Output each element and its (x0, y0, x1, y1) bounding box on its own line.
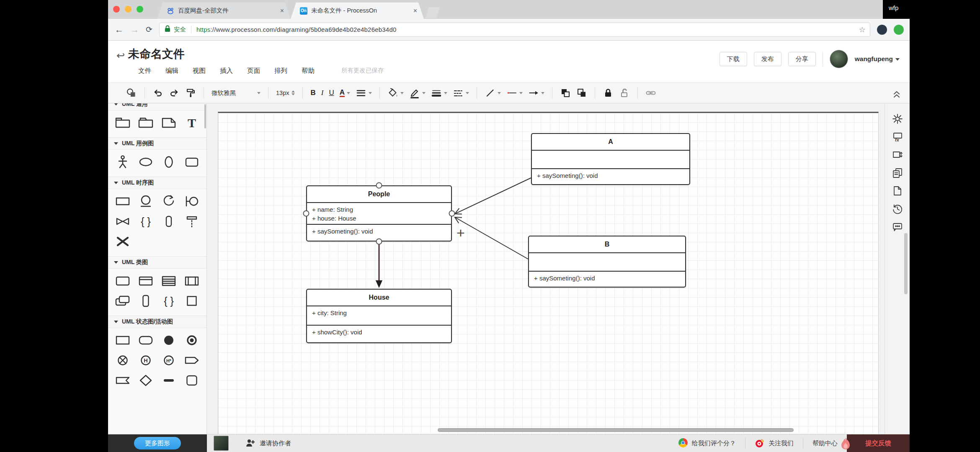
deep-history-icon[interactable]: H* (160, 353, 177, 369)
lifeline-icon[interactable] (183, 214, 200, 230)
constraint-icon[interactable]: { } (137, 214, 154, 230)
class-simple-icon[interactable] (114, 274, 131, 290)
zoom-window-button[interactable] (137, 6, 143, 13)
header-action-button-1[interactable]: 下载 (720, 52, 747, 66)
browser-tab-2[interactable]: On未命名文件 - ProcessOn× (291, 3, 424, 19)
fill-color-button[interactable] (386, 87, 405, 99)
sidebar-scrollbar[interactable] (204, 104, 206, 128)
class-rows-icon[interactable] (160, 274, 177, 290)
extension-icon-green[interactable] (894, 25, 904, 35)
align-button[interactable] (354, 87, 373, 99)
found-message-icon[interactable] (183, 194, 200, 210)
redo-button[interactable] (168, 87, 181, 99)
invite-collaborator-button[interactable]: 邀请协作者 (245, 439, 291, 448)
destroy-icon[interactable] (114, 234, 131, 250)
italic-button[interactable]: I (320, 88, 325, 98)
constraint-icon[interactable]: { } (160, 294, 177, 310)
submit-feedback-button[interactable]: 提交反馈 (847, 434, 910, 452)
back-to-files-icon[interactable]: ↩ (116, 50, 125, 62)
header-action-button-3[interactable]: 分享 (788, 52, 816, 66)
canvas-size-icon[interactable] (892, 149, 903, 160)
url-omnibox[interactable]: 安全 https://www.processon.com/diagraming/… (159, 23, 870, 37)
font-size-select[interactable]: 13px (275, 89, 296, 97)
comment-icon[interactable] (892, 221, 903, 232)
menu-item-3[interactable]: 视图 (193, 67, 206, 75)
send-backward-button[interactable] (575, 87, 588, 99)
rect-icon[interactable] (114, 194, 131, 210)
user-avatar[interactable] (830, 50, 848, 68)
back-icon[interactable]: ← (115, 25, 124, 34)
new-page-icon[interactable] (892, 185, 903, 196)
square-icon[interactable] (183, 294, 200, 310)
class-title-icon[interactable] (137, 274, 154, 290)
shape-section-header-5[interactable]: UML 状态图/活动图 (108, 316, 206, 328)
line-style-button[interactable] (451, 87, 470, 99)
state-rounded-icon[interactable] (137, 333, 154, 349)
note-icon[interactable] (160, 116, 177, 131)
uml-class-house[interactable]: House+ city: String+ showCity(): void (306, 289, 452, 343)
menu-item-4[interactable]: 插入 (220, 67, 233, 75)
menu-item-1[interactable]: 文件 (138, 67, 151, 75)
bold-button[interactable]: B (309, 88, 317, 98)
shape-section-header-3[interactable]: UML 时序图 (108, 177, 206, 189)
shape-section-header-4[interactable]: UML 类图 (108, 256, 206, 269)
collapse-toolbar-button[interactable] (891, 88, 902, 100)
close-tab-icon[interactable]: × (413, 7, 417, 15)
shape-format-button[interactable] (125, 87, 138, 99)
extension-icon-dark[interactable] (877, 25, 887, 35)
sync-bar-icon[interactable] (160, 373, 177, 389)
self-loop-icon[interactable] (160, 194, 177, 210)
format-painter-button[interactable] (184, 87, 197, 99)
underline-button[interactable]: U (328, 88, 335, 98)
uml-class-people[interactable]: People+ name: String+ house: House+ sayS… (306, 185, 452, 241)
uml-class-b[interactable]: B+ saySometing(): void (528, 236, 686, 288)
bookmark-star-icon[interactable]: ☆ (859, 25, 866, 34)
package-icon[interactable] (114, 116, 131, 131)
rounded-rect-icon[interactable] (183, 155, 200, 171)
state-rect-icon[interactable] (114, 333, 131, 349)
exit-point-icon[interactable] (114, 353, 131, 369)
more-shapes-button[interactable]: 更多图形 (134, 437, 181, 449)
connector-style-button[interactable] (505, 87, 524, 99)
minimize-window-button[interactable] (125, 6, 132, 13)
diagram-canvas[interactable]: People+ name: String+ house: House+ sayS… (207, 103, 885, 434)
undo-button[interactable] (151, 87, 165, 99)
history-icon[interactable] (892, 203, 903, 214)
decision-icon[interactable] (137, 373, 154, 389)
activation-tall-icon[interactable] (137, 294, 154, 310)
text-icon[interactable]: T (183, 116, 200, 131)
ellipse-tall-icon[interactable] (160, 155, 177, 171)
pages-icon[interactable] (892, 167, 903, 178)
line-color-button[interactable] (408, 87, 427, 99)
format-board-icon[interactable]: fx (892, 131, 903, 142)
follow-us-button[interactable]: 关注我们 (745, 438, 803, 449)
reload-icon[interactable]: ⟳ (146, 26, 152, 33)
user-name[interactable]: wangfupeng (855, 55, 900, 63)
signal-send-icon[interactable] (183, 353, 200, 369)
lock-button[interactable] (601, 87, 615, 99)
font-color-button[interactable]: A (338, 88, 351, 98)
uml-class-a[interactable]: A+ saySometing(): void (531, 133, 690, 185)
line-shape-button[interactable] (483, 87, 502, 99)
arrow-style-button[interactable] (527, 87, 546, 99)
shallow-history-icon[interactable]: H (137, 353, 154, 369)
header-action-button-2[interactable]: 发布 (754, 52, 781, 66)
object-lifeline-icon[interactable] (137, 194, 154, 210)
canvas-horizontal-scrollbar[interactable] (438, 428, 794, 432)
navigator-icon[interactable] (892, 113, 903, 124)
signal-receive-icon[interactable] (114, 373, 131, 389)
document-title[interactable]: 未命名文件 (128, 46, 185, 62)
object-stack-icon[interactable] (114, 294, 131, 310)
ellipse-icon[interactable] (137, 155, 154, 171)
menu-item-5[interactable]: 页面 (247, 67, 260, 75)
browser-tab-1[interactable]: 百度网盘-全部文件× (157, 3, 291, 19)
rate-us-button[interactable]: 给我们评个分？ (669, 438, 745, 449)
activation-icon[interactable] (160, 214, 177, 230)
unlock-button[interactable] (618, 87, 631, 99)
action-icon[interactable] (183, 373, 200, 389)
menu-item-2[interactable]: 编辑 (165, 67, 178, 75)
initial-state-icon[interactable] (160, 333, 177, 349)
shape-section-header-2[interactable]: UML 用例图 (108, 137, 206, 150)
bring-forward-button[interactable] (559, 87, 572, 99)
new-tab-button[interactable] (426, 7, 440, 18)
